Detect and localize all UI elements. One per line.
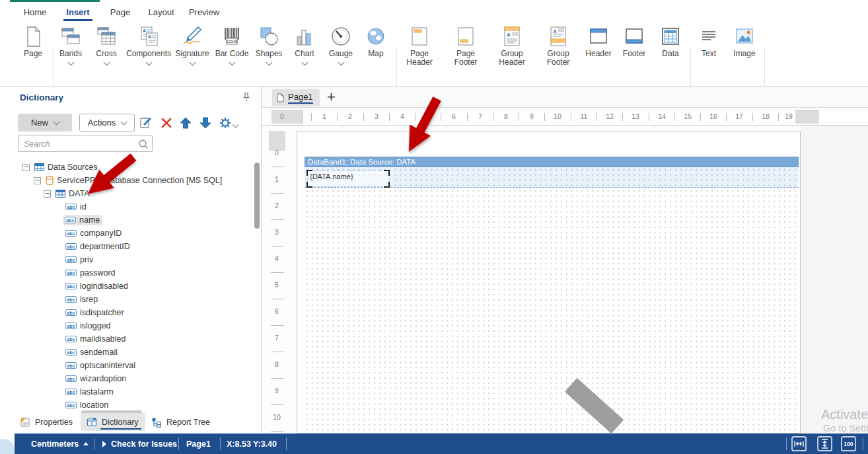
units-selector[interactable]: Centimeters: [31, 434, 89, 454]
ribbon-label: Text: [702, 50, 716, 58]
cross-icon: [95, 25, 118, 48]
svg-text:abc: abc: [67, 311, 75, 315]
ribbon-label: Header: [585, 50, 611, 58]
ruler-number: 14: [654, 112, 670, 120]
ribbon-map-button[interactable]: Map: [355, 25, 397, 58]
triangle-up-icon: [83, 442, 89, 445]
abc-field-icon: abc: [65, 243, 77, 250]
page-grid: [305, 188, 799, 434]
check-for-issues-button[interactable]: Check for Issues: [102, 434, 177, 454]
svg-text:abc: abc: [67, 258, 75, 262]
panel-title: Dictionary: [20, 93, 63, 102]
page-tab-label: Page1: [288, 92, 313, 104]
ruler-number: 0: [269, 149, 285, 157]
units-label: Centimeters: [31, 439, 79, 449]
tab-preview[interactable]: Preview: [188, 5, 220, 20]
canvas-background: [801, 126, 868, 434]
ribbon-page-header-button[interactable]: Page Header: [398, 25, 441, 67]
edit-icon[interactable]: [139, 116, 153, 130]
vertical-scrollbar[interactable]: [254, 163, 260, 229]
pin-icon[interactable]: [242, 93, 251, 102]
selection-handle[interactable]: [307, 170, 312, 176]
ribbon-barcode-button[interactable]: 12345 Bar Code: [211, 25, 253, 65]
ribbon-group-header-button[interactable]: A Group Header: [491, 25, 533, 67]
abc-field-icon: abc: [65, 402, 77, 408]
chevron-down-icon[interactable]: [233, 122, 239, 128]
collapse-icon[interactable]: [44, 190, 51, 198]
current-page-indicator[interactable]: Page1: [186, 434, 211, 454]
barcode-icon: 12345: [221, 25, 243, 48]
tab-page[interactable]: Page: [109, 5, 131, 20]
ribbon-cross-button[interactable]: Cross: [85, 25, 127, 65]
page-header-icon: [408, 25, 431, 48]
ribbon-data-button[interactable]: Data: [649, 25, 692, 58]
tree-node-connection[interactable]: ServicePRO Database Connection [MS SQL]: [0, 174, 285, 187]
ribbon-components-button[interactable]: AA Components: [127, 25, 170, 65]
svg-text:A: A: [148, 34, 151, 39]
ribbon-label: Footer: [454, 58, 478, 67]
collapse-icon[interactable]: [34, 177, 41, 184]
ruler-number: 2: [342, 112, 358, 120]
ribbon-page-button[interactable]: Page: [12, 25, 54, 58]
footer-icon: [623, 25, 645, 48]
report-page[interactable]: DataBand1; Data Source: DATA {DATA.name}: [297, 131, 801, 434]
ruler-number: 10: [550, 112, 565, 120]
selection-handle[interactable]: [307, 182, 312, 188]
bands-icon: [59, 25, 82, 48]
search-icon[interactable]: [137, 138, 149, 150]
selected-text-component[interactable]: {DATA.name}: [307, 170, 389, 187]
fit-page-height-icon[interactable]: [817, 436, 832, 451]
move-up-icon[interactable]: [178, 116, 193, 130]
tab-insert[interactable]: Insert: [63, 5, 92, 20]
ribbon-signature-button[interactable]: Signature: [171, 25, 213, 65]
selection-handle[interactable]: [384, 170, 390, 176]
shapes-icon: [258, 25, 280, 48]
statusbar: Centimeters Check for Issues Page1 X:8.5…: [15, 434, 868, 454]
ribbon-page-footer-button[interactable]: Page Footer: [445, 25, 487, 67]
tree-label: islogged: [80, 321, 111, 330]
loading-bar: [10, 0, 100, 2]
collapse-icon[interactable]: [22, 164, 30, 171]
svg-text:A: A: [143, 28, 146, 33]
ruler-number: 5: [269, 281, 285, 289]
add-page-button[interactable]: +: [327, 89, 336, 106]
tree-node-data-table[interactable]: DATA: [0, 187, 295, 200]
search-input[interactable]: [22, 136, 137, 152]
chevron-down-icon: [229, 59, 235, 66]
page-tab-page1[interactable]: Page1: [272, 89, 320, 106]
selection-handle[interactable]: [384, 182, 390, 188]
svg-text:A: A: [507, 32, 511, 38]
gear-icon[interactable]: [218, 116, 233, 130]
ribbon-label: Signature: [175, 50, 209, 58]
fit-page-width-icon[interactable]: [791, 436, 807, 451]
watermark-line2: Go to Setti: [823, 423, 868, 434]
actions-button[interactable]: Actions: [79, 114, 135, 132]
delete-icon[interactable]: [159, 116, 174, 130]
selected-row-highlight: abcname: [63, 215, 102, 225]
ruler-margin-block: [269, 131, 285, 151]
ribbon-label: Bar Code: [215, 50, 249, 58]
table-icon: [55, 190, 65, 198]
tab-home[interactable]: Home: [21, 5, 49, 20]
chevron-down-icon: [189, 59, 196, 66]
abc-field-icon: abc: [65, 283, 77, 289]
ribbon-image-button[interactable]: Image: [723, 25, 766, 58]
databand-header[interactable]: DataBand1; Data Source: DATA: [305, 157, 799, 167]
abc-field-icon: abc: [65, 230, 77, 237]
new-button[interactable]: New: [18, 114, 72, 132]
ribbon-group-footer-button[interactable]: A Group Footer: [537, 25, 579, 67]
tab-properties[interactable]: Properties: [20, 414, 73, 431]
ruler-number: 9: [524, 112, 540, 120]
tree-label: name: [79, 215, 100, 225]
report-designer: { "colors":{"accent":"#1f4e8f","band_blu…: [0, 0, 868, 454]
ribbon-label: Page: [24, 50, 42, 58]
zoom-100-icon[interactable]: 100: [841, 436, 856, 451]
ruler-number: 6: [269, 307, 285, 315]
ruler-number: 16: [705, 112, 721, 120]
tab-layout[interactable]: Layout: [147, 5, 176, 20]
statusbar-divider: [863, 437, 863, 450]
move-down-icon[interactable]: [198, 116, 213, 130]
svg-text:A: A: [553, 28, 557, 34]
tree-label: companyID: [80, 229, 122, 238]
tab-report-tree[interactable]: Report Tree: [151, 414, 210, 431]
